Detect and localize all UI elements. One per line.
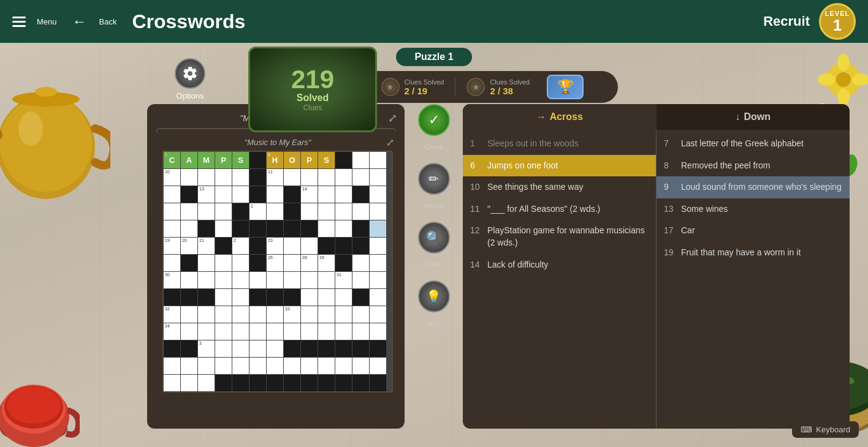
grid-cell[interactable] — [267, 358, 283, 374]
grid-cell[interactable] — [181, 375, 197, 391]
grid-cell[interactable] — [335, 306, 352, 323]
clue-across-12[interactable]: 12 PlayStation game for wannabe musician… — [463, 220, 656, 254]
grid-cell[interactable] — [370, 186, 386, 203]
grid-cell[interactable] — [318, 289, 335, 306]
grid-cell[interactable] — [318, 306, 335, 323]
grid-cell[interactable] — [335, 203, 352, 220]
grid-cell[interactable] — [335, 289, 352, 306]
grid-cell[interactable]: O — [284, 152, 300, 168]
grid-cell[interactable] — [301, 358, 318, 374]
grid-cell[interactable] — [284, 358, 300, 374]
grid-cell[interactable] — [181, 358, 197, 374]
grid-cell[interactable] — [232, 323, 249, 340]
grid-cell[interactable] — [370, 152, 386, 168]
grid-cell[interactable] — [267, 323, 283, 340]
grid-cell[interactable]: 13 — [198, 186, 215, 203]
zoom-button[interactable]: 🔍 — [418, 222, 450, 254]
grid-cell[interactable]: M — [198, 152, 215, 168]
grid-cell[interactable] — [215, 340, 232, 357]
grid-cell[interactable] — [198, 358, 215, 374]
grid-cell[interactable] — [232, 306, 249, 323]
grid-cell[interactable] — [215, 323, 232, 340]
expand-button[interactable]: ⤢ — [388, 111, 397, 125]
grid-cell[interactable]: 29 — [318, 255, 335, 271]
grid-cell[interactable] — [198, 272, 215, 288]
grid-cell[interactable]: S — [232, 152, 249, 168]
grid-cell[interactable]: 21 — [198, 238, 215, 254]
grid-cell[interactable]: 19 — [164, 238, 180, 254]
grid-cell[interactable] — [370, 323, 386, 340]
grid-cell[interactable] — [267, 340, 283, 357]
tab-down[interactable]: ↓ Down — [657, 104, 850, 130]
grid-cell[interactable] — [198, 169, 215, 186]
grid-cell[interactable] — [215, 358, 232, 374]
grid-cell[interactable] — [249, 272, 266, 288]
grid-cell[interactable]: 34 — [164, 323, 180, 340]
check-button[interactable]: ✓ — [418, 104, 450, 136]
clue-across-14[interactable]: 14 Lack of difficulty — [463, 254, 656, 276]
grid-cell[interactable] — [232, 169, 249, 186]
grid-cell[interactable] — [284, 255, 300, 271]
grid-cell[interactable] — [284, 323, 300, 340]
grid-cell[interactable] — [318, 323, 335, 340]
clue-down-7[interactable]: 7 Last letter of the Greek alphabet — [657, 133, 850, 155]
grid-cell[interactable] — [198, 375, 215, 391]
grid-cell[interactable] — [370, 272, 386, 288]
grid-cell[interactable]: 30 — [164, 272, 180, 288]
grid-cell[interactable]: 10 — [164, 169, 180, 186]
clue-down-9[interactable]: 9 Loud sound from someone who's sleeping — [657, 176, 850, 198]
grid-cell[interactable]: 26 — [267, 255, 283, 271]
grid-cell[interactable] — [164, 220, 180, 237]
grid-cell[interactable] — [318, 220, 335, 237]
keyboard-button[interactable]: ⌨ Keyboard — [792, 421, 859, 438]
grid-cell[interactable] — [318, 186, 335, 203]
grid-cell[interactable] — [215, 186, 232, 203]
grid-cell[interactable] — [301, 238, 318, 254]
grid-cell[interactable] — [164, 186, 180, 203]
pencil-button[interactable]: ✏ — [418, 163, 450, 195]
grid-cell[interactable]: 23 — [267, 238, 283, 254]
grid-cell[interactable] — [181, 169, 197, 186]
clue-down-8[interactable]: 8 Removed the peel from — [657, 155, 850, 177]
grid-cell[interactable] — [181, 306, 197, 323]
grid-cell[interactable] — [352, 358, 369, 374]
hint-button[interactable]: 💡 — [418, 280, 450, 312]
grid-cell[interactable] — [215, 289, 232, 306]
grid-cell[interactable] — [370, 220, 386, 237]
clue-down-19[interactable]: 19 Fruit that may have a worm in it — [657, 242, 850, 264]
grid-cell[interactable]: 20 — [181, 238, 197, 254]
grid-cell[interactable] — [164, 358, 180, 374]
grid-cell[interactable] — [335, 186, 352, 203]
grid-cell[interactable] — [249, 340, 266, 357]
grid-cell[interactable] — [301, 272, 318, 288]
clue-across-11[interactable]: 11 "___ for All Seasons" (2 wds.) — [463, 198, 656, 220]
grid-cell[interactable]: 2 — [232, 238, 249, 254]
grid-cell[interactable] — [215, 169, 232, 186]
grid-cell[interactable] — [352, 255, 369, 271]
grid-cell[interactable] — [318, 358, 335, 374]
grid-cell[interactable]: 33 — [284, 306, 300, 323]
back-button[interactable]: ← — [72, 13, 87, 30]
grid-cell[interactable]: 1 — [249, 203, 266, 220]
grid-cell[interactable]: A — [181, 152, 197, 168]
grid-cell[interactable] — [215, 272, 232, 288]
grid-cell[interactable] — [232, 289, 249, 306]
grid-cell[interactable] — [352, 323, 369, 340]
grid-cell[interactable] — [301, 203, 318, 220]
grid-cell[interactable] — [370, 289, 386, 306]
grid-cell[interactable] — [198, 323, 215, 340]
grid-cell[interactable] — [370, 255, 386, 271]
grid-cell[interactable] — [370, 169, 386, 186]
grid-cell[interactable] — [284, 272, 300, 288]
grid-cell[interactable] — [198, 203, 215, 220]
clue-down-13[interactable]: 13 Some wines — [657, 198, 850, 220]
grid-cell[interactable] — [301, 306, 318, 323]
grid-cell[interactable] — [198, 306, 215, 323]
grid-cell[interactable] — [232, 272, 249, 288]
grid-cell[interactable] — [284, 169, 300, 186]
grid-cell[interactable] — [249, 323, 266, 340]
grid-cell[interactable] — [318, 272, 335, 288]
grid-cell[interactable] — [164, 203, 180, 220]
clue-across-1[interactable]: 1 Sleeps out in the woods — [463, 133, 656, 155]
grid-cell[interactable] — [301, 169, 318, 186]
